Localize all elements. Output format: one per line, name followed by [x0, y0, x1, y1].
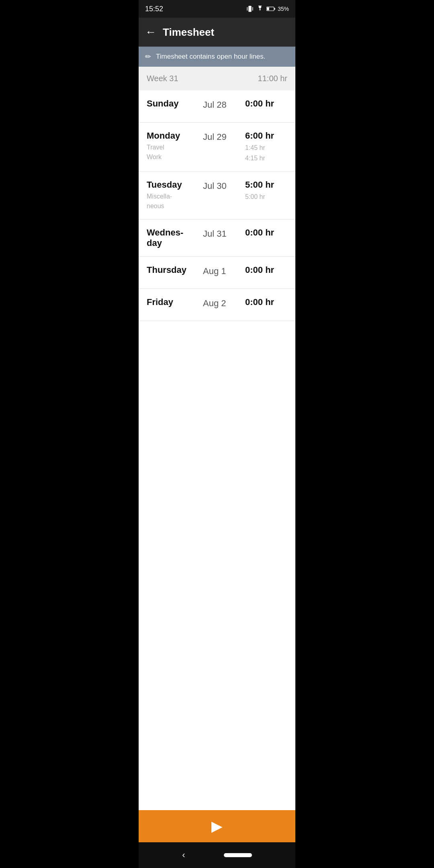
- app-bar: ← Timesheet: [139, 18, 295, 47]
- back-button[interactable]: ←: [145, 27, 156, 38]
- day-row[interactable]: FridayAug 20:00 hr: [139, 289, 295, 321]
- day-sub-hours: 1:45 hr 4:15 hr: [245, 143, 265, 163]
- svg-rect-1: [247, 7, 248, 11]
- day-total-hours: 0:00 hr: [245, 265, 274, 275]
- svg-rect-5: [267, 7, 269, 10]
- day-date: Jul 30: [203, 180, 245, 191]
- status-time: 15:52: [145, 5, 163, 13]
- nav-home-indicator[interactable]: [224, 853, 252, 857]
- day-name: Monday: [147, 131, 203, 141]
- day-total-hours: 0:00 hr: [245, 98, 274, 109]
- day-sub-hours: 5:00 hr: [245, 192, 265, 202]
- day-date: Jul 29: [203, 131, 245, 142]
- day-row[interactable]: MondayTravel WorkJul 296:00 hr1:45 hr 4:…: [139, 123, 295, 172]
- svg-rect-0: [248, 6, 252, 12]
- timesheet-content: Week 31 11:00 hr SundayJul 280:00 hrMond…: [139, 67, 295, 842]
- day-name-col: Wednes- day: [147, 227, 203, 248]
- day-name: Tuesday: [147, 180, 203, 190]
- day-name: Thursday: [147, 265, 203, 275]
- day-hours-col: 5:00 hr5:00 hr: [245, 180, 287, 202]
- day-date: Aug 1: [203, 265, 245, 276]
- svg-rect-4: [274, 8, 275, 10]
- day-name: Wednes- day: [147, 227, 203, 248]
- nav-back-button[interactable]: ‹: [182, 850, 185, 860]
- battery-icon: [266, 6, 275, 12]
- day-date: Aug 2: [203, 297, 245, 309]
- day-hours-col: 0:00 hr: [245, 265, 287, 275]
- day-hours-col: 0:00 hr: [245, 227, 287, 238]
- status-bar: 15:52 35%: [139, 0, 295, 18]
- day-row[interactable]: Wednes- dayJul 310:00 hr: [139, 219, 295, 257]
- status-icons: 35%: [246, 5, 289, 12]
- svg-rect-2: [252, 7, 253, 11]
- day-row[interactable]: SundayJul 280:00 hr: [139, 90, 295, 123]
- week-label: Week 31: [147, 74, 178, 83]
- day-name: Sunday: [147, 98, 203, 109]
- day-total-hours: 0:00 hr: [245, 297, 274, 307]
- day-date: Jul 28: [203, 98, 245, 110]
- notice-text: Timesheet contains open hour lines.: [156, 53, 265, 61]
- day-name: Friday: [147, 297, 203, 307]
- day-name-col: TuesdayMiscella- neous: [147, 180, 203, 211]
- day-name-col: MondayTravel Work: [147, 131, 203, 162]
- day-total-hours: 5:00 hr: [245, 180, 274, 190]
- wifi-icon: [256, 6, 264, 12]
- vibrate-icon: [246, 5, 254, 12]
- days-list: SundayJul 280:00 hrMondayTravel WorkJul …: [139, 90, 295, 321]
- day-sub-labels: Miscella- neous: [147, 192, 203, 211]
- submit-icon: ▶: [211, 819, 223, 833]
- pencil-icon: ✏: [145, 52, 151, 61]
- day-row[interactable]: ThursdayAug 10:00 hr: [139, 257, 295, 289]
- app-title: Timesheet: [163, 26, 214, 39]
- day-date: Jul 31: [203, 227, 245, 239]
- day-name-col: Sunday: [147, 98, 203, 109]
- day-name-col: Thursday: [147, 265, 203, 275]
- day-row[interactable]: TuesdayMiscella- neousJul 305:00 hr5:00 …: [139, 172, 295, 219]
- battery-percentage: 35%: [278, 6, 289, 12]
- day-name-col: Friday: [147, 297, 203, 307]
- day-total-hours: 6:00 hr: [245, 131, 274, 141]
- day-hours-col: 0:00 hr: [245, 98, 287, 109]
- notice-banner: ✏ Timesheet contains open hour lines.: [139, 47, 295, 67]
- day-total-hours: 0:00 hr: [245, 227, 274, 238]
- week-header: Week 31 11:00 hr: [139, 67, 295, 90]
- submit-button[interactable]: ▶: [139, 810, 295, 842]
- day-hours-col: 0:00 hr: [245, 297, 287, 307]
- week-total: 11:00 hr: [258, 74, 287, 83]
- day-hours-col: 6:00 hr1:45 hr 4:15 hr: [245, 131, 287, 163]
- day-sub-labels: Travel Work: [147, 143, 203, 162]
- nav-bar: ‹: [139, 842, 295, 868]
